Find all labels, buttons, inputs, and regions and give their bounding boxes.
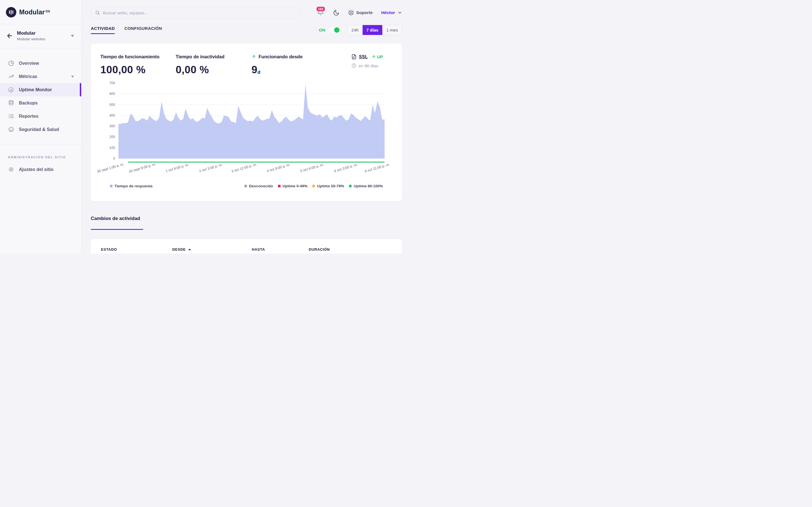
stat-uptime-label: Tiempo de funcionamiento [100, 54, 175, 59]
column-header-desde[interactable]: DESDE [172, 247, 252, 251]
support-label: Soporte [356, 10, 373, 15]
sidebar: ModularDS Modular Modular websites [0, 0, 82, 253]
y-tick-label: 700 [104, 81, 115, 85]
sidebar-item-label: Reportes [19, 114, 38, 119]
legend-swatch [349, 185, 352, 187]
tabs-row: ACTIVIDAD CONFIGURACIÓN ON 24h 7 días 1 … [91, 24, 402, 35]
legend-swatch [110, 185, 112, 187]
document-icon [351, 54, 357, 59]
back-arrow-icon[interactable] [6, 33, 13, 39]
trend-icon [8, 73, 14, 80]
smiley-icon [8, 126, 14, 133]
y-tick-label: 100 [104, 146, 115, 150]
stat-uptime: Tiempo de funcionamiento 100,00 % [100, 54, 175, 76]
database-icon [8, 100, 14, 106]
activity-title-underline [91, 229, 143, 230]
legend-uptime-50-79: Uptime 50-79% [312, 184, 344, 188]
x-axis-labels: 30 sept 1:00 a. m.30 sept 9:00 p. m.1 oc… [118, 159, 385, 183]
chevron-down-icon [398, 10, 402, 15]
response-time-chart: 0100200300400500600700 [118, 83, 385, 159]
ssl-block: SSL UP en 86 días [351, 54, 393, 68]
sidebar-item-label: Backups [19, 101, 38, 106]
chevron-down-icon[interactable] [71, 75, 74, 78]
main-content: 162 Soporte Héctor [82, 0, 406, 253]
search-box[interactable] [91, 7, 301, 18]
legend-swatch [278, 185, 281, 187]
activity-section-title: Cambios de actividad [91, 216, 402, 221]
sidebar-item-overview[interactable]: Overview [0, 57, 81, 70]
brand-logo: ModularDS [0, 0, 81, 18]
column-header-hasta[interactable]: HASTA [252, 247, 309, 251]
stat-running-since-value: 9 [252, 64, 257, 75]
y-tick-label: 600 [104, 92, 115, 96]
chart-legend: Tiempo de respuesta Desconocido Uptime 0… [110, 184, 383, 188]
monitor-on-label: ON [319, 27, 325, 33]
x-tick-label: 6 oct 11:00 p. m. [364, 163, 390, 173]
list-icon [8, 113, 14, 119]
sort-asc-icon [188, 248, 191, 251]
sidebar-item-label: Seguridad & Salud [19, 127, 59, 132]
brand-name: Modular [19, 8, 45, 16]
arrow-up-icon [371, 55, 376, 59]
workspace-selector[interactable]: Modular Modular websites [0, 24, 81, 48]
x-tick-label: 30 sept 9:00 p. m. [128, 162, 156, 173]
moon-icon [333, 10, 340, 16]
sidebar-item-seguridad-salud[interactable]: Seguridad & Salud [0, 123, 81, 136]
range-1mes-button[interactable]: 1 mes [382, 25, 402, 35]
uptime-chart-card: Tiempo de funcionamiento 100,00 % Tiempo… [91, 44, 402, 201]
dark-mode-toggle[interactable] [333, 10, 340, 16]
workspace-title: Modular [17, 31, 66, 36]
sidebar-item-uptime-monitor[interactable]: Uptime Monitor [0, 83, 81, 96]
stat-running-since-unit: d [257, 69, 260, 75]
sidebar-section-label: ADMINISTRACION DEL SITIO [0, 145, 81, 159]
stat-downtime: Tiempo de inactividad 0,00 % [175, 54, 252, 76]
workspace-subtitle: Modular websites [17, 37, 66, 41]
user-menu[interactable]: Héctor [381, 10, 402, 15]
sidebar-nav: Overview Métricas Uptime Monitor [0, 48, 81, 136]
activity-table-card: ESTADO DESDE HASTA DURACIÓN [91, 239, 402, 253]
stat-uptime-value: 100,00 % [100, 64, 175, 76]
arrow-up-icon [252, 54, 256, 59]
support-button[interactable]: Soporte [348, 10, 373, 16]
range-7dias-button[interactable]: 7 días [363, 25, 383, 35]
x-tick-label: 5 oct 6:00 a. m. [300, 163, 324, 173]
notifications-button[interactable]: 162 [317, 8, 324, 17]
sidebar-item-label: Métricas [19, 74, 37, 79]
gear-icon [8, 166, 14, 173]
sidebar-item-label: Uptime Monitor [19, 87, 52, 93]
sidebar-item-reportes[interactable]: Reportes [0, 110, 81, 123]
search-icon [95, 10, 100, 15]
stat-downtime-label: Tiempo de inactividad [175, 54, 252, 59]
ssl-status-text: UP [377, 54, 383, 59]
x-tick-label: 4 oct 9:00 a. m. [266, 163, 291, 173]
x-tick-label: 1 oct 6:00 p. m. [165, 163, 190, 173]
sidebar-item-ajustes-del-sitio[interactable]: Ajustes del sitio [0, 163, 81, 176]
legend-swatch [312, 185, 315, 187]
topbar: 162 Soporte Héctor [91, 0, 402, 18]
gauge-icon [8, 87, 14, 93]
activity-table-header: ESTADO DESDE HASTA DURACIÓN [101, 247, 402, 251]
search-input[interactable] [103, 10, 296, 15]
ssl-link[interactable]: SSL [359, 54, 368, 59]
y-tick-label: 400 [104, 114, 115, 117]
column-header-estado[interactable]: ESTADO [101, 247, 172, 251]
tab-actividad[interactable]: ACTIVIDAD [91, 26, 115, 34]
column-header-duracion[interactable]: DURACIÓN [309, 247, 402, 251]
time-range-group: 24h 7 días 1 mes [347, 25, 402, 35]
sidebar-item-backups[interactable]: Backups [0, 96, 81, 110]
legend-swatch [245, 185, 247, 187]
y-axis-labels: 0100200300400500600700 [104, 83, 115, 159]
y-tick-label: 300 [104, 124, 115, 128]
legend-desconocido: Desconocido [245, 184, 273, 188]
user-name: Héctor [381, 10, 395, 15]
chevron-down-icon[interactable] [70, 35, 74, 37]
brand-suffix: DS [46, 10, 50, 13]
tab-configuracion[interactable]: CONFIGURACIÓN [124, 26, 162, 34]
x-tick-label: 6 oct 3:00 a. m. [334, 163, 358, 173]
sidebar-item-metricas[interactable]: Métricas [0, 70, 81, 83]
response-time-area [118, 84, 385, 159]
modular-logo-icon [6, 7, 16, 17]
monitor-toggle[interactable] [328, 27, 340, 33]
y-tick-label: 500 [104, 103, 115, 107]
range-24h-button[interactable]: 24h [348, 25, 363, 35]
